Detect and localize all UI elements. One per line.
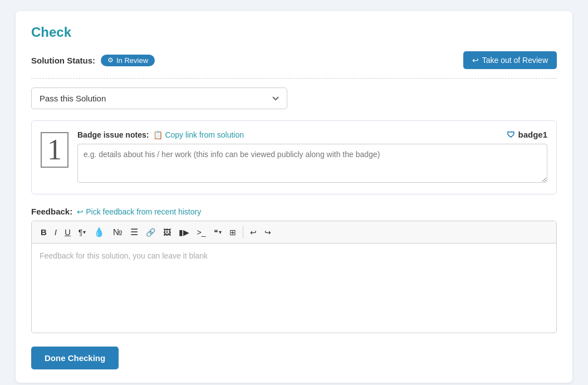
ink-icon: 💧 xyxy=(94,227,105,237)
unordered-list-button[interactable]: ☰ xyxy=(127,225,141,240)
toolbar-separator xyxy=(243,226,243,238)
badge-number: 1 xyxy=(41,132,68,168)
video-button[interactable]: ▮▶ xyxy=(175,226,193,239)
quote-caret: ▾ xyxy=(219,229,222,235)
copy-link-text: Copy link from solution xyxy=(165,130,244,139)
code-icon: >_ xyxy=(197,228,206,237)
copy-link-button[interactable]: 📋 Copy link from solution xyxy=(153,130,244,139)
ordered-list-icon: № xyxy=(112,227,122,237)
solution-status-row: Solution Status: ⚙ In Review ↩ Take out … xyxy=(31,51,557,79)
editor-placeholder: Feedback for this solution, you can leav… xyxy=(40,251,208,260)
feedback-editor-body[interactable]: Feedback for this solution, you can leav… xyxy=(32,243,556,333)
ordered-list-button[interactable]: № xyxy=(109,225,125,240)
image-icon: 🖼 xyxy=(163,228,171,237)
table-button[interactable]: ⊞ xyxy=(226,226,239,239)
pick-feedback-icon: ↩ xyxy=(77,207,84,216)
copy-link-icon: 📋 xyxy=(153,130,163,139)
underline-button[interactable]: U xyxy=(61,225,74,239)
badge-header: Badge issue notes: 📋 Copy link from solu… xyxy=(77,130,547,139)
badge-issue-label: Badge issue notes: 📋 Copy link from solu… xyxy=(77,130,244,139)
take-out-review-button[interactable]: ↩ Take out of Review xyxy=(463,51,557,69)
undo-icon xyxy=(250,228,257,237)
status-badge-text: In Review xyxy=(116,56,148,65)
ink-button[interactable]: 💧 xyxy=(90,225,108,240)
video-icon: ▮▶ xyxy=(179,228,189,237)
page-title: Check xyxy=(31,25,557,40)
table-icon: ⊞ xyxy=(229,228,236,237)
in-review-icon: ⚙ xyxy=(107,56,114,64)
badge-name-text: badge1 xyxy=(518,130,547,139)
feedback-section: Feedback: ↩ Pick feedback from recent hi… xyxy=(31,207,557,333)
pick-feedback-text: Pick feedback from recent history xyxy=(86,207,201,216)
take-out-btn-label: Take out of Review xyxy=(482,56,548,65)
quote-button[interactable]: ❝ ▾ xyxy=(210,226,225,239)
italic-button[interactable]: I xyxy=(51,225,60,239)
redo-button[interactable] xyxy=(261,226,275,239)
unordered-list-icon: ☰ xyxy=(130,227,138,237)
paragraph-icon: ¶ xyxy=(79,228,83,237)
feedback-label: Feedback: xyxy=(31,207,72,216)
feedback-label-row: Feedback: ↩ Pick feedback from recent hi… xyxy=(31,207,557,216)
done-checking-button[interactable]: Done Checking xyxy=(31,347,119,369)
link-button[interactable]: 🔗 xyxy=(143,226,159,239)
editor-toolbar: B I U ¶ ▾ 💧 № ☰ 🔗 xyxy=(32,221,556,243)
solution-status-left: Solution Status: ⚙ In Review xyxy=(31,55,155,66)
take-out-icon: ↩ xyxy=(472,56,479,65)
solution-status-label: Solution Status: xyxy=(31,56,95,65)
paragraph-button[interactable]: ¶ ▾ xyxy=(75,226,90,239)
feedback-editor: B I U ¶ ▾ 💧 № ☰ 🔗 xyxy=(31,221,557,333)
paragraph-caret: ▾ xyxy=(83,229,86,235)
badge-issue-section: 1 Badge issue notes: 📋 Copy link from so… xyxy=(31,120,557,194)
main-container: Check Solution Status: ⚙ In Review ↩ Tak… xyxy=(16,11,572,383)
badge-name-display: 🛡 badge1 xyxy=(507,130,547,139)
status-badge: ⚙ In Review xyxy=(101,55,155,66)
pick-feedback-link[interactable]: ↩ Pick feedback from recent history xyxy=(77,207,201,216)
bold-button[interactable]: B xyxy=(37,225,50,239)
badge-right: Badge issue notes: 📋 Copy link from solu… xyxy=(77,130,547,185)
pass-fail-select[interactable]: Pass this SolutionFail this SolutionSkip xyxy=(31,87,287,109)
solution-dropdown-row: Pass this SolutionFail this SolutionSkip xyxy=(31,87,557,109)
link-icon: 🔗 xyxy=(146,228,155,237)
shield-icon: 🛡 xyxy=(507,130,515,139)
code-button[interactable]: >_ xyxy=(194,226,209,239)
quote-icon: ❝ xyxy=(214,228,218,237)
redo-icon xyxy=(264,228,271,237)
badge-issue-label-text: Badge issue notes: xyxy=(77,130,149,139)
badge-notes-textarea[interactable] xyxy=(77,144,547,183)
undo-button[interactable] xyxy=(247,226,260,239)
image-button[interactable]: 🖼 xyxy=(160,226,174,239)
